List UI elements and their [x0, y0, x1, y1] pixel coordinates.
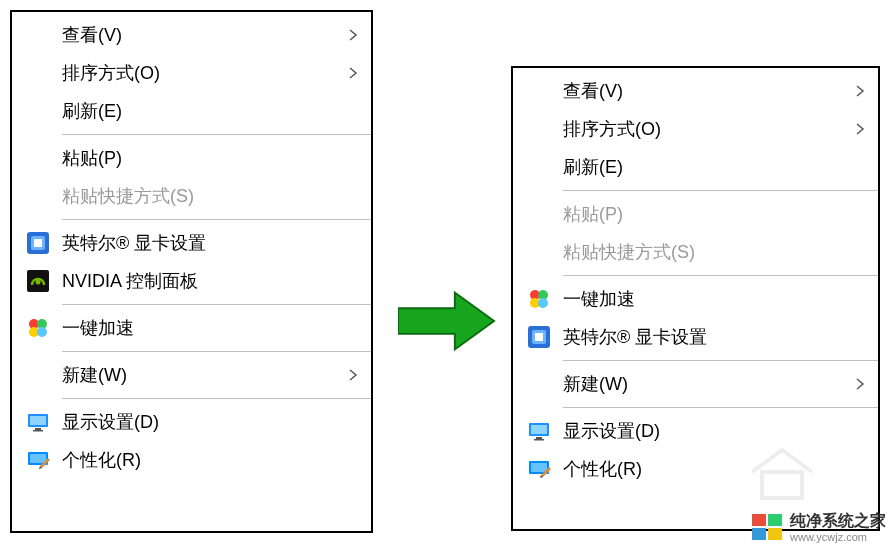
watermark-url: www.ycwjz.com: [790, 532, 886, 543]
menu-item-label: 粘贴快捷方式(S): [62, 184, 359, 208]
svg-rect-22: [535, 333, 543, 341]
svg-rect-14: [30, 454, 46, 463]
menu-separator: [62, 398, 371, 399]
display-icon: [26, 410, 50, 434]
menu-separator: [62, 134, 371, 135]
menu-item-label: 粘贴(P): [62, 146, 359, 170]
menu-item-nvidia-control-panel[interactable]: NVIDIA 控制面板: [12, 262, 371, 300]
menu-separator: [62, 351, 371, 352]
menu-item-one-click-accelerate[interactable]: 一键加速: [12, 309, 371, 347]
menu-item-refresh[interactable]: 刷新(E): [12, 92, 371, 130]
menu-separator: [563, 360, 878, 361]
chevron-right-icon: [347, 369, 359, 381]
menu-item-label: NVIDIA 控制面板: [62, 269, 359, 293]
menu-item-paste-shortcut: 粘贴快捷方式(S): [513, 233, 878, 271]
watermark-logo-icon: [750, 512, 784, 542]
watermark: 纯净系统之家 www.ycwjz.com: [750, 511, 886, 543]
menu-item-sort[interactable]: 排序方式(O): [513, 110, 878, 148]
menu-item-personalize[interactable]: 个性化(R): [513, 450, 878, 488]
menu-item-label: 英特尔® 显卡设置: [62, 231, 359, 255]
svg-point-19: [538, 298, 548, 308]
accelerate-icon: [26, 316, 50, 340]
chevron-right-icon: [854, 378, 866, 390]
svg-marker-15: [398, 293, 494, 350]
menu-item-label: 一键加速: [563, 287, 866, 311]
menu-item-paste: 粘贴(P): [513, 195, 878, 233]
watermark-house-icon: [742, 442, 822, 502]
menu-separator: [563, 407, 878, 408]
menu-item-refresh[interactable]: 刷新(E): [513, 148, 878, 186]
menu-item-view[interactable]: 查看(V): [12, 16, 371, 54]
watermark-text: 纯净系统之家 www.ycwjz.com: [790, 511, 886, 543]
menu-item-one-click-accelerate[interactable]: 一键加速: [513, 280, 878, 318]
menu-item-paste[interactable]: 粘贴(P): [12, 139, 371, 177]
nvidia-icon: [26, 269, 50, 293]
context-menu-before: 查看(V) 排序方式(O) 刷新(E) 粘贴(P) 粘贴快捷方式(S) 英特尔®…: [10, 10, 373, 533]
svg-rect-11: [35, 428, 41, 430]
menu-item-personalize[interactable]: 个性化(R): [12, 441, 371, 479]
context-menu-after: 查看(V) 排序方式(O) 刷新(E) 粘贴(P) 粘贴快捷方式(S) 一键加速…: [511, 66, 880, 531]
menu-item-view[interactable]: 查看(V): [513, 72, 878, 110]
svg-rect-10: [30, 416, 46, 425]
menu-item-label: 粘贴快捷方式(S): [563, 240, 866, 264]
menu-item-label: 排序方式(O): [62, 61, 347, 85]
menu-item-label: 刷新(E): [563, 155, 866, 179]
menu-item-label: 个性化(R): [62, 448, 359, 472]
chevron-right-icon: [854, 85, 866, 97]
menu-item-display-settings[interactable]: 显示设置(D): [12, 403, 371, 441]
menu-item-display-settings[interactable]: 显示设置(D): [513, 412, 878, 450]
personalize-icon: [527, 457, 551, 481]
accelerate-icon: [527, 287, 551, 311]
svg-rect-26: [534, 439, 544, 441]
menu-item-intel-graphics[interactable]: 英特尔® 显卡设置: [513, 318, 878, 356]
svg-point-8: [37, 327, 47, 337]
menu-item-intel-graphics[interactable]: 英特尔® 显卡设置: [12, 224, 371, 262]
menu-separator: [62, 219, 371, 220]
menu-item-label: 排序方式(O): [563, 117, 854, 141]
menu-item-label: 刷新(E): [62, 99, 359, 123]
svg-rect-24: [531, 425, 547, 434]
svg-rect-33: [768, 528, 782, 540]
menu-item-label: 新建(W): [563, 372, 854, 396]
intel-graphics-icon: [26, 231, 50, 255]
svg-rect-2: [34, 239, 42, 247]
menu-item-label: 英特尔® 显卡设置: [563, 325, 866, 349]
menu-item-label: 查看(V): [563, 79, 854, 103]
display-icon: [527, 419, 551, 443]
menu-item-paste-shortcut: 粘贴快捷方式(S): [12, 177, 371, 215]
menu-item-new[interactable]: 新建(W): [513, 365, 878, 403]
svg-rect-32: [752, 528, 766, 540]
menu-item-label: 显示设置(D): [62, 410, 359, 434]
watermark-title: 纯净系统之家: [790, 511, 886, 532]
chevron-right-icon: [854, 123, 866, 135]
menu-separator: [563, 190, 878, 191]
chevron-right-icon: [347, 29, 359, 41]
menu-item-label: 粘贴(P): [563, 202, 866, 226]
svg-rect-31: [768, 514, 782, 526]
menu-item-label: 查看(V): [62, 23, 347, 47]
menu-item-new[interactable]: 新建(W): [12, 356, 371, 394]
svg-point-4: [36, 280, 41, 285]
menu-separator: [62, 304, 371, 305]
intel-graphics-icon: [527, 325, 551, 349]
personalize-icon: [26, 448, 50, 472]
svg-rect-30: [752, 514, 766, 526]
menu-item-sort[interactable]: 排序方式(O): [12, 54, 371, 92]
svg-rect-25: [536, 437, 542, 439]
chevron-right-icon: [347, 67, 359, 79]
svg-rect-29: [762, 472, 802, 498]
svg-rect-28: [531, 463, 547, 472]
menu-item-label: 一键加速: [62, 316, 359, 340]
menu-item-label: 显示设置(D): [563, 419, 866, 443]
svg-rect-12: [33, 430, 43, 432]
transition-arrow-icon: [398, 290, 496, 352]
menu-separator: [563, 275, 878, 276]
menu-item-label: 新建(W): [62, 363, 347, 387]
